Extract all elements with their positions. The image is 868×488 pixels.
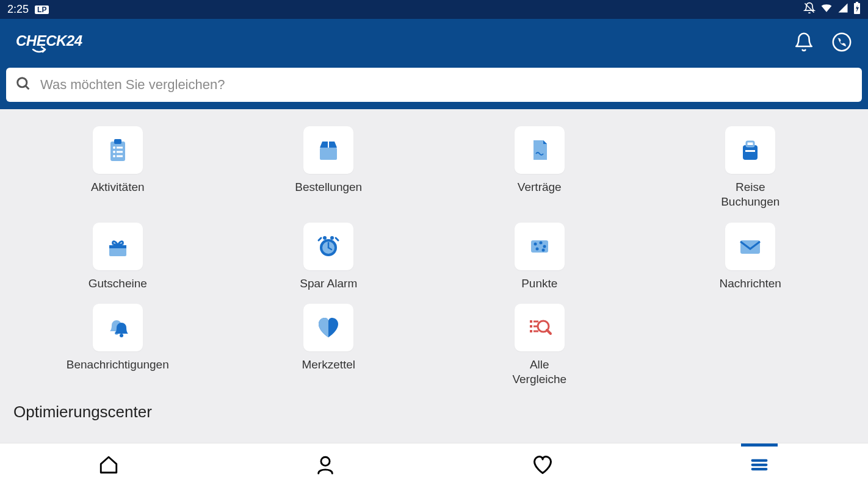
check24-logo[interactable]: CHECK24 (16, 31, 89, 56)
svg-line-45 (547, 330, 551, 334)
status-time: 2:25 (7, 3, 29, 16)
svg-point-10 (113, 146, 115, 149)
svg-rect-15 (117, 156, 123, 157)
svg-point-34 (541, 248, 544, 251)
svg-point-37 (120, 334, 123, 337)
clipboard-list-icon (93, 126, 143, 174)
svg-point-27 (323, 236, 327, 240)
nav-menu[interactable] (651, 443, 869, 488)
svg-point-33 (535, 247, 538, 250)
tile-punkte[interactable]: Punkte (515, 223, 565, 291)
svg-rect-16 (320, 148, 337, 160)
heart-outline-icon (532, 454, 554, 478)
tile-label: Alle Vergleiche (512, 357, 566, 387)
svg-point-32 (543, 245, 546, 248)
tile-merkzettel[interactable]: Merkzettel (302, 304, 355, 387)
svg-text:CHECK24: CHECK24 (16, 32, 82, 49)
svg-rect-13 (117, 151, 123, 153)
svg-point-14 (113, 155, 115, 157)
tile-label: Verträge (518, 180, 562, 195)
svg-point-46 (321, 457, 330, 465)
optimization-section-title: Optimierungscenter (13, 403, 856, 422)
tile-vertraege[interactable]: Verträge (515, 126, 565, 209)
alarm-clock-icon (303, 223, 353, 270)
svg-rect-41 (533, 321, 538, 323)
contract-icon (515, 126, 565, 174)
tile-label: Reise Buchungen (721, 180, 779, 209)
svg-rect-18 (743, 145, 758, 160)
svg-rect-22 (109, 245, 126, 248)
nav-home[interactable] (0, 443, 217, 488)
main-content: Aktivitäten Bestellungen Verträge Reise … (0, 109, 868, 431)
gift-icon (93, 223, 143, 270)
nav-favorites[interactable] (434, 443, 651, 488)
svg-point-5 (833, 34, 850, 51)
points-icon (515, 223, 565, 270)
tile-label: Gutscheine (89, 276, 147, 291)
svg-point-12 (113, 151, 115, 153)
tile-aktivitaeten[interactable]: Aktivitäten (91, 126, 145, 209)
svg-rect-38 (530, 320, 532, 323)
home-icon (98, 454, 119, 478)
tile-label: Merkzettel (302, 357, 355, 372)
search-bar[interactable] (6, 68, 862, 102)
suitcase-icon (725, 126, 775, 174)
svg-rect-39 (530, 325, 532, 328)
dnd-off-icon (803, 2, 816, 17)
tile-label: Aktivitäten (91, 180, 145, 195)
tile-gutscheine[interactable]: Gutscheine (89, 223, 147, 291)
tiles-grid: Aktivitäten Bestellungen Verträge Reise … (12, 126, 856, 387)
svg-rect-43 (533, 331, 538, 332)
app-header: CHECK24 (0, 19, 868, 109)
android-status-bar: 2:25 LP (0, 0, 868, 19)
box-icon (303, 126, 353, 174)
svg-point-31 (539, 241, 542, 244)
phone-call-icon[interactable] (831, 32, 852, 55)
bottom-nav (0, 443, 868, 488)
tile-nachrichten[interactable]: Nachrichten (720, 223, 781, 291)
lp-badge: LP (35, 5, 49, 14)
search-input[interactable] (40, 77, 853, 93)
search-list-icon (515, 304, 565, 351)
user-icon (315, 454, 336, 478)
tile-spar-alarm[interactable]: Spar Alarm (300, 223, 357, 291)
nav-profile[interactable] (217, 443, 435, 488)
tile-reise-buchungen[interactable]: Reise Buchungen (721, 126, 779, 209)
tile-label: Punkte (521, 276, 557, 291)
double-bell-icon (93, 304, 143, 351)
tile-alle-vergleiche[interactable]: Alle Vergleiche (512, 304, 566, 387)
search-icon (15, 75, 32, 95)
svg-point-30 (533, 242, 537, 245)
wifi-icon (820, 2, 833, 17)
svg-rect-19 (747, 142, 754, 146)
envelope-icon (725, 223, 775, 270)
tile-label: Bestellungen (295, 180, 362, 195)
tile-benachrichtigungen[interactable]: Benachrichtigungen (67, 304, 169, 387)
svg-rect-9 (114, 139, 121, 144)
cell-signal-icon (837, 2, 848, 16)
svg-rect-11 (117, 147, 123, 149)
tile-bestellungen[interactable]: Bestellungen (295, 126, 362, 209)
battery-charging-icon (853, 2, 861, 17)
svg-rect-2 (856, 2, 858, 3)
tile-label: Spar Alarm (300, 276, 357, 291)
svg-rect-35 (740, 240, 760, 254)
svg-point-28 (330, 236, 334, 240)
hamburger-menu-icon (749, 454, 770, 478)
notifications-bell-icon[interactable] (794, 32, 814, 55)
tile-label: Nachrichten (720, 276, 781, 291)
svg-line-7 (26, 86, 29, 89)
tile-label: Benachrichtigungen (67, 357, 169, 372)
svg-point-6 (18, 78, 27, 87)
heart-filled-icon (303, 304, 353, 351)
svg-rect-20 (745, 150, 755, 152)
svg-rect-40 (530, 330, 532, 332)
